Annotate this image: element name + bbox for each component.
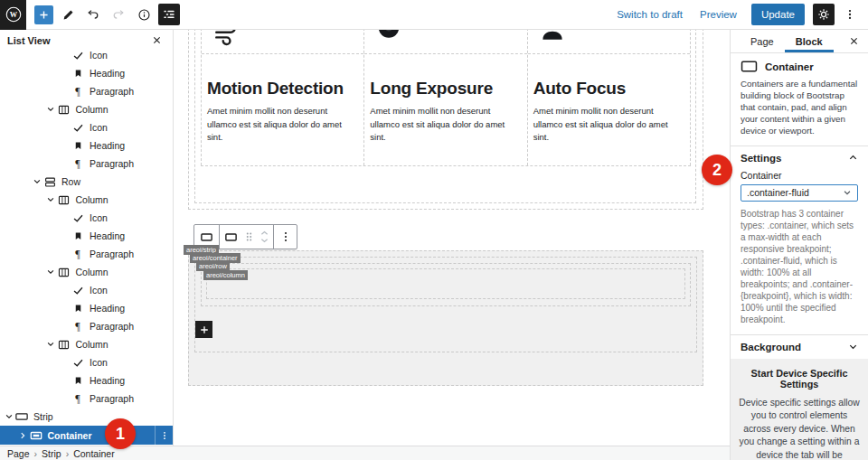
settings-gear-button[interactable]	[813, 4, 835, 25]
chevron-down-icon[interactable]	[45, 195, 57, 204]
breadcrumb-container[interactable]: Container	[73, 448, 115, 459]
chevron-right-icon[interactable]	[17, 431, 29, 440]
list-view-title: List View	[7, 35, 50, 46]
list-view-item-paragraph[interactable]: ¶Paragraph	[0, 245, 173, 263]
redo-button[interactable]	[108, 4, 129, 25]
list-item-label: Container	[48, 430, 92, 441]
tab-block[interactable]: Block	[785, 30, 834, 52]
block-appender-button[interactable]	[195, 321, 212, 338]
list-view-item-column[interactable]: Column	[0, 100, 173, 118]
empty-column-block[interactable]	[206, 268, 685, 299]
container-field-label: Container	[741, 170, 858, 181]
switch-to-draft-link[interactable]: Switch to draft	[610, 9, 689, 20]
update-button[interactable]: Update	[751, 4, 805, 25]
chevron-down-icon	[843, 188, 852, 197]
list-view-item-heading[interactable]: Heading	[0, 299, 173, 317]
column-paragraph[interactable]: Amet minim mollit non deserunt ullamco e…	[207, 105, 358, 145]
list-view-toggle[interactable]	[158, 4, 180, 25]
list-view-item-icon[interactable]: Icon	[0, 281, 173, 299]
list-view-item-row[interactable]: Row	[0, 173, 173, 191]
move-up-down-icon	[259, 230, 269, 244]
list-view-item-column[interactable]: Column	[0, 263, 173, 281]
chevron-down-icon[interactable]	[45, 340, 57, 349]
block-movers[interactable]	[256, 225, 273, 249]
chevron-down-icon[interactable]	[31, 177, 42, 186]
chevron-down-icon[interactable]	[45, 105, 57, 114]
container-icon	[224, 230, 238, 244]
block-options-button[interactable]	[274, 225, 297, 249]
list-view-item-heading[interactable]: Heading	[0, 227, 173, 245]
list-view-item-strip[interactable]: Strip	[0, 408, 173, 426]
lens-icon	[375, 30, 402, 43]
list-item-label: Heading	[90, 68, 125, 79]
list-view-item-paragraph[interactable]: ¶Paragraph	[0, 82, 173, 100]
plus-icon	[199, 324, 210, 335]
list-view-item-container[interactable]: Container	[0, 426, 173, 445]
breadcrumb-strip[interactable]: Strip	[42, 448, 61, 459]
list-item-label: Column	[76, 339, 108, 350]
canvas-column-2[interactable]: Long Exposure Amet minim mollit non dese…	[364, 30, 527, 165]
selected-strip-block[interactable]	[188, 250, 703, 386]
list-item-label: Heading	[90, 375, 125, 386]
drag-handle[interactable]	[242, 225, 256, 249]
row-block: Motion Detection Amet minim mollit non d…	[201, 30, 691, 166]
column-paragraph[interactable]: Amet minim mollit non deserunt ullamco e…	[370, 105, 521, 145]
options-menu-button[interactable]	[839, 4, 861, 25]
settings-panel-header[interactable]: Settings	[731, 146, 868, 170]
list-view-panel: List View IconHeading¶ParagraphColumnIco…	[0, 30, 174, 446]
breadcrumb-page[interactable]: Page	[7, 448, 30, 459]
block-label-column: areoi/column	[203, 270, 248, 280]
list-item-label: Paragraph	[90, 393, 134, 404]
heading-block-icon	[71, 376, 85, 386]
column-heading[interactable]: Motion Detection	[207, 79, 358, 99]
icon-block[interactable]	[364, 30, 526, 54]
list-view-item-icon[interactable]: Icon	[0, 118, 173, 136]
list-view-item-heading[interactable]: Heading	[0, 136, 173, 155]
canvas-column-3[interactable]: Auto Focus Amet minim mollit non deserun…	[528, 30, 691, 165]
list-view-item-column[interactable]: Column	[0, 191, 173, 209]
block-inserter-button[interactable]	[34, 5, 53, 24]
empty-container-block[interactable]	[194, 257, 697, 352]
list-view-item-icon[interactable]: Icon	[0, 46, 173, 64]
list-item-label: Icon	[90, 212, 108, 223]
container-type-field: Container .container-fluid Bootstrap has…	[731, 170, 868, 334]
block-type-button[interactable]	[220, 225, 242, 249]
chevron-down-icon[interactable]	[45, 268, 57, 277]
list-item-label: Icon	[90, 122, 108, 133]
icon-block[interactable]	[528, 30, 690, 54]
paragraph-block-icon: ¶	[71, 249, 85, 259]
column-paragraph[interactable]: Amet minim mollit non deserunt ullamco e…	[533, 105, 684, 145]
list-view-item-paragraph[interactable]: ¶Paragraph	[0, 155, 173, 173]
empty-row-block[interactable]	[201, 263, 691, 306]
item-options-icon[interactable]	[155, 426, 173, 445]
column-heading[interactable]: Long Exposure	[370, 79, 521, 99]
column-heading[interactable]: Auto Focus	[533, 79, 684, 99]
list-view-item-icon[interactable]: Icon	[0, 353, 173, 371]
list-view-item-icon[interactable]: Icon	[0, 209, 173, 227]
list-item-label: Paragraph	[90, 249, 134, 259]
list-view-item-heading[interactable]: Heading	[0, 371, 173, 390]
tools-button[interactable]	[57, 4, 79, 25]
preview-link[interactable]: Preview	[693, 9, 743, 20]
column-block-icon	[57, 267, 71, 278]
redo-icon	[111, 7, 126, 22]
paragraph-block-icon: ¶	[71, 158, 85, 169]
icon-block[interactable]	[202, 30, 363, 54]
list-view-item-paragraph[interactable]: ¶Paragraph	[0, 390, 173, 408]
tab-page[interactable]: Page	[740, 30, 785, 52]
details-button[interactable]	[133, 4, 155, 25]
list-view-item-column[interactable]: Column	[0, 335, 173, 353]
close-settings-button[interactable]	[840, 30, 868, 52]
wordpress-logo-icon[interactable]: W	[0, 0, 26, 30]
background-panel-header[interactable]: Background	[731, 335, 868, 359]
undo-button[interactable]	[82, 4, 104, 25]
paragraph-block-icon: ¶	[71, 393, 85, 404]
list-view-item-paragraph[interactable]: ¶Paragraph	[0, 317, 173, 335]
list-view-item-heading[interactable]: Heading	[0, 64, 173, 82]
container-type-select[interactable]: .container-fluid	[741, 184, 858, 202]
chevron-down-icon[interactable]	[3, 412, 14, 421]
canvas-column-1[interactable]: Motion Detection Amet minim mollit non d…	[201, 30, 364, 165]
list-item-label: Row	[61, 176, 80, 187]
close-list-view-button[interactable]	[148, 35, 165, 45]
ellipsis-vertical-icon	[279, 230, 292, 243]
